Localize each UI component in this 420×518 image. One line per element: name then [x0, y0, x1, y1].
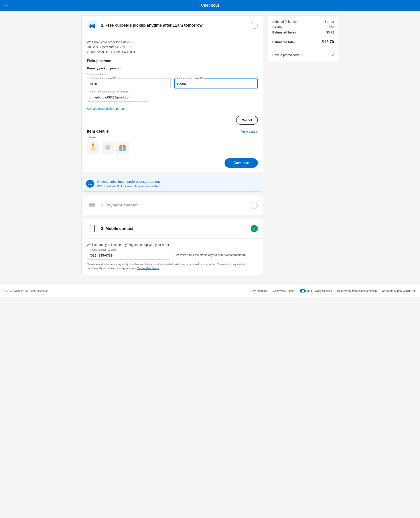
items-count: 3 items [87, 135, 258, 139]
item-thumb-1 [87, 141, 99, 154]
pickup-row: Pickup Free [272, 25, 334, 29]
mobile-alert-terms-link[interactable]: Mobile Alert Terms [137, 267, 159, 270]
checkmark-icon: ✓ [251, 225, 258, 232]
svg-point-3 [90, 27, 91, 28]
payment-section-title: 2. Payment method [101, 203, 138, 207]
svg-rect-26 [91, 231, 93, 231]
item-images [87, 141, 258, 154]
svg-point-9 [92, 143, 94, 145]
pickup-section-header: 1. Free curbside pickup anytime after 11… [82, 15, 263, 35]
substitution-link[interactable]: Choose substitution preferences or opt o… [97, 180, 259, 183]
substitution-text-block: Choose substitution preferences or opt o… [97, 180, 259, 188]
required-note: * Required fields [87, 73, 258, 76]
svg-point-15 [108, 147, 109, 148]
last-name-field: Last name on photo ID* [174, 79, 258, 89]
add-alternate-link[interactable]: Add alternate pickup person [87, 107, 126, 111]
total-row: Estimated total $12.70 [272, 40, 334, 44]
subtotal-label: Subtotal (3 items) [272, 20, 297, 23]
mobile-contact-header-left: 3. Mobile contact [87, 223, 134, 234]
mobile-icon [87, 223, 98, 234]
right-column: Subtotal (3 items) $11.98 Pickup Free Es… [268, 15, 339, 275]
payment-collapse-button[interactable]: − [251, 202, 258, 209]
first-name-field: First name on photo ID* [87, 79, 171, 89]
left-column: 1. Free curbside pickup anytime after 11… [82, 15, 263, 275]
get-texts-label: Get texts about the status of your order… [175, 250, 258, 257]
footer: © 2023 Walmart. All Rights Reserved. Giv… [0, 285, 420, 297]
item-thumb-2 [102, 141, 114, 154]
svg-point-4 [93, 27, 95, 28]
first-name-label: First name on photo ID* [89, 77, 117, 79]
email-label: Email address for order notification* [89, 90, 130, 93]
cancel-button[interactable]: Cancel [236, 116, 258, 125]
svg-point-21 [120, 145, 122, 146]
contact-info-text: We'll contact you in case anything comes… [87, 243, 258, 247]
email-input[interactable] [87, 92, 149, 102]
footer-link-supply-chains[interactable]: California Supply Chains Act [382, 289, 416, 292]
email-form-row: Email address for order notification* [87, 92, 258, 102]
promo-chevron-icon: ∨ [331, 52, 334, 57]
svg-rect-19 [122, 146, 123, 151]
payment-header-left: 2. Payment method [87, 200, 138, 210]
pickup-header-left: 1. Free curbside pickup anytime after 11… [87, 20, 202, 31]
svg-rect-6 [91, 24, 94, 25]
item-details-container: Item details View details 3 items [82, 129, 263, 172]
hold-info: We'll hold your order for 4 days Du Bois… [87, 40, 258, 55]
taxes-row: Estimated taxes $0.72 [272, 31, 334, 34]
item-details-header: Item details View details [87, 129, 258, 134]
svg-rect-7 [90, 147, 96, 151]
svg-point-12 [105, 145, 108, 147]
phone-row: Phone number (10 digits) Get texts about… [87, 250, 258, 260]
total-value: $12.70 [322, 40, 334, 44]
promo-row[interactable]: Have a promo code? ∨ [272, 50, 334, 57]
header-title: Checkout [201, 3, 219, 8]
cancel-btn-row: Cancel [87, 116, 258, 125]
svg-point-14 [106, 147, 107, 148]
mobile-contact-title: 3. Mobile contact [101, 226, 134, 231]
phone-field: Phone number (10 digits) [87, 250, 170, 260]
summary-divider-2 [272, 47, 334, 47]
substitution-icon [86, 180, 94, 188]
order-summary-card: Subtotal (3 items) $11.98 Pickup Free Es… [268, 15, 339, 62]
pickup-person-heading: Pickup person [87, 59, 258, 63]
pickup-section-title: 1. Free curbside pickup anytime after 11… [101, 23, 202, 28]
footer-link-privacy-choices[interactable]: Your Privacy Choices [300, 289, 332, 292]
pickup-section-body: We'll hold your order for 4 days Du Bois… [82, 35, 263, 129]
footer-links: Give feedback CA Privacy Rights Your Pri… [250, 289, 416, 292]
item-details-title: Item details [87, 129, 109, 134]
mobile-contact-header: 3. Mobile contact ✓ [82, 219, 263, 239]
car-icon [87, 20, 98, 31]
first-name-input[interactable] [87, 79, 171, 88]
pickup-collapse-button[interactable]: − [251, 22, 258, 29]
pickup-value: Free [328, 25, 334, 29]
mobile-contact-card: 3. Mobile contact ✓ We'll contact you in… [82, 219, 263, 275]
privacy-choices-icon [300, 289, 306, 292]
substitution-subtitle: We'll substitute 3 of 3 items if they're… [97, 185, 160, 188]
footer-link-request-info[interactable]: Request My Personal Information [337, 289, 376, 292]
svg-rect-10 [91, 149, 95, 150]
continue-btn-row: Continue [87, 158, 258, 168]
svg-point-20 [123, 145, 125, 146]
continue-button[interactable]: Continue [225, 158, 258, 168]
disclaimer-text: Message and data rates may apply. Number… [87, 262, 258, 270]
footer-link-feedback[interactable]: Give feedback [250, 289, 268, 292]
substitution-banner: Choose substitution preferences or opt o… [82, 176, 263, 192]
view-details-link[interactable]: View details [241, 130, 258, 133]
pickup-section-card: 1. Free curbside pickup anytime after 11… [82, 15, 263, 172]
svg-point-16 [107, 148, 109, 148]
name-form-row: First name on photo ID* Last name on pho… [87, 79, 258, 89]
back-button[interactable]: ← [4, 3, 9, 8]
mobile-contact-body: We'll contact you in case anything comes… [82, 239, 263, 275]
payment-section-header: 2. Payment method − [82, 195, 263, 215]
pickup-label: Pickup [272, 25, 282, 29]
last-name-label: Last name on photo ID* [176, 77, 204, 79]
phone-input[interactable] [87, 250, 170, 260]
payment-icon [87, 200, 98, 210]
subtotal-row: Subtotal (3 items) $11.98 [272, 20, 334, 23]
footer-link-ca-privacy[interactable]: CA Privacy Rights [273, 289, 294, 292]
phone-label: Phone number (10 digits) [89, 248, 119, 251]
payment-section-card: 2. Payment method − [82, 195, 263, 215]
item-thumb-3 [116, 141, 129, 154]
summary-divider [272, 37, 334, 37]
last-name-input[interactable] [174, 79, 258, 89]
total-label: Estimated total [272, 40, 295, 44]
